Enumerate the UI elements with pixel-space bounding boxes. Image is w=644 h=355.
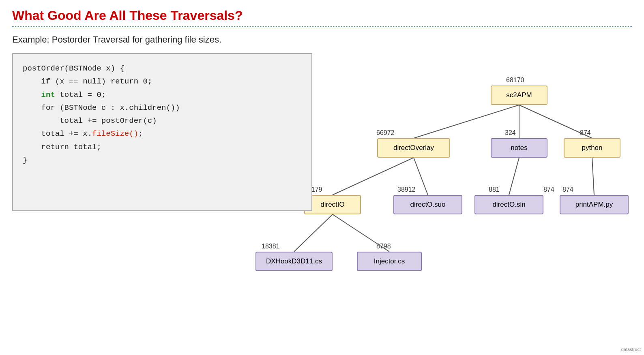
watermark: datastruct (621, 347, 641, 352)
code-block: postOrder(BSTNode x) { if (x == null) re… (12, 53, 312, 211)
label-directosln-size: 881 (489, 186, 500, 193)
node-sc2apm: sc2APM (491, 86, 547, 105)
code-line-7: return total; (23, 141, 302, 154)
label-directoverlay-size: 66972 (376, 129, 395, 137)
page-title: What Good Are All These Traversals? (12, 8, 632, 23)
label-printapm-size1: 874 (562, 186, 573, 193)
node-directosuo: directO.suo (393, 195, 462, 214)
label-dxhook-size: 18381 (262, 243, 280, 250)
page-container: What Good Are All These Traversals? Exam… (0, 0, 644, 355)
label-sc2apm-size: 68170 (506, 77, 524, 84)
code-line-3: int total = 0; (23, 88, 302, 101)
node-injector: Injector.cs (357, 252, 422, 271)
label-python-size2: 874 (543, 186, 554, 193)
subtitle: Example: Postorder Traversal for gatheri… (12, 34, 632, 45)
code-line-1: postOrder(BSTNode x) { (23, 62, 302, 75)
code-line-4: for (BSTNode c : x.children()) (23, 101, 302, 114)
node-directio: directIO (304, 195, 361, 214)
node-dxhook: DXHookD3D11.cs (255, 252, 333, 271)
node-python: python (564, 138, 620, 158)
node-notes: notes (491, 138, 547, 158)
code-line-8: } (23, 154, 302, 167)
content-area: postOrder(BSTNode x) { if (x == null) re… (12, 53, 632, 211)
svg-line-5 (509, 158, 519, 195)
divider (12, 26, 632, 27)
label-injector-size: 8798 (376, 243, 391, 250)
label-directosuo-size: 38912 (397, 186, 416, 193)
code-line-2: if (x == null) return 0; (23, 75, 302, 88)
svg-line-0 (414, 105, 519, 138)
svg-line-6 (592, 158, 594, 195)
label-notes-size: 324 (505, 129, 516, 137)
node-directoverlay: directOverlay (377, 138, 450, 158)
node-directosln: directO.sln (474, 195, 543, 214)
code-line-5: total += postOrder(c) (23, 114, 302, 127)
label-python-size: 874 (580, 129, 591, 137)
node-printapm: printAPM.py (560, 195, 629, 214)
svg-line-7 (294, 214, 333, 252)
svg-line-4 (414, 158, 428, 195)
code-line-6: total += x.fileSize(); (23, 127, 302, 140)
